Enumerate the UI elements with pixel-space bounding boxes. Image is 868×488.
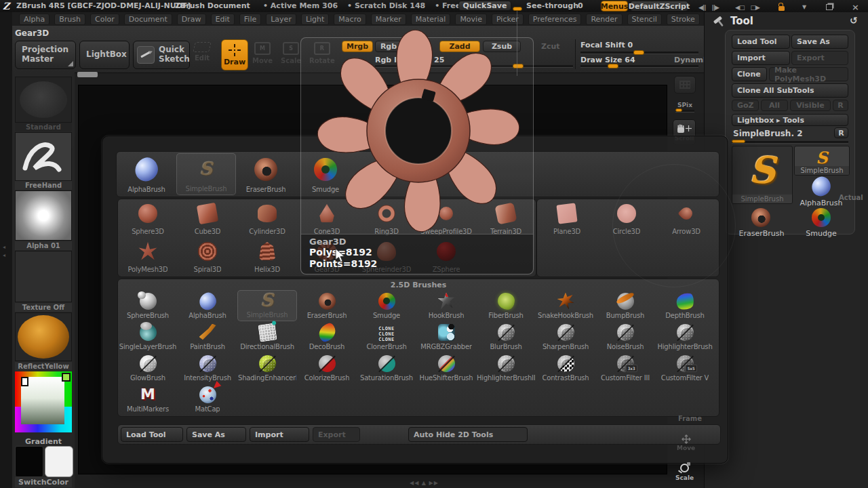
brush-tool-noisebrush[interactable]: NoiseBrush xyxy=(595,321,655,352)
move-canvas-button[interactable]: Move xyxy=(677,434,695,451)
brush-tool-shadingenhancerbrush[interactable]: ShadingEnhancerBrush xyxy=(237,352,297,384)
tray-collapse-right-icon[interactable]: ||▶ xyxy=(712,4,719,11)
menu-item-picker[interactable]: Picker xyxy=(492,14,524,25)
brush-tool-contrastbrush[interactable]: ContrastBrush xyxy=(536,352,595,384)
draw-size-slider[interactable] xyxy=(580,65,698,68)
menu-item-material[interactable]: Material xyxy=(411,14,451,25)
menu-item-brush[interactable]: Brush xyxy=(54,14,85,25)
brush-tool-snakehookbrush[interactable]: SnakeHookBrush xyxy=(536,290,595,321)
brush-tool-bumpbrush[interactable]: BumpBrush xyxy=(595,290,655,321)
menu-item-macro[interactable]: Macro xyxy=(334,14,366,25)
menu-item-document[interactable]: Document xyxy=(124,14,172,25)
brush-tool-saturationbrush[interactable]: SaturationBrush xyxy=(357,352,416,384)
brush-tool-intensitybrush[interactable]: IntensityBrush xyxy=(178,352,237,384)
brush-tool-fiberbrush[interactable]: FiberBrush xyxy=(476,290,536,321)
texture-thumbnail[interactable] xyxy=(15,251,72,302)
menu-item-alpha[interactable]: Alpha xyxy=(19,14,50,25)
menu-item-color[interactable]: Color xyxy=(90,14,119,25)
menu-item-light[interactable]: Light xyxy=(301,14,329,25)
mesh-tool-sphere3d[interactable]: Sphere3D xyxy=(118,199,178,237)
import-button[interactable]: Import xyxy=(250,427,309,442)
tp-load-tool-button[interactable]: Load Tool xyxy=(732,35,790,49)
frame-button[interactable]: Frame xyxy=(678,415,702,422)
spix-slider-handle[interactable] xyxy=(675,108,682,112)
projection-master-button[interactable]: Projection Master xyxy=(15,41,76,69)
focal-shift-slider-handle[interactable] xyxy=(633,50,644,55)
edit-mode-button[interactable]: Edit xyxy=(194,42,210,62)
brush-tool-alphabrush[interactable]: AlphaBrush xyxy=(178,290,237,321)
brush-tool-glowbrush[interactable]: GlowBrush xyxy=(118,352,178,384)
brush-tool-decobrush[interactable]: DecoBrush xyxy=(297,321,357,352)
brush-tool-eraserbrush[interactable]: EraserBrush xyxy=(297,290,357,321)
material-thumbnail[interactable] xyxy=(15,312,72,361)
minimize-icon[interactable]: ▼ xyxy=(802,4,806,10)
brush-tool-blurbrush[interactable]: BlurBrush xyxy=(476,321,536,352)
quick-pick-alphabrush[interactable]: AlphaBrush xyxy=(117,153,176,195)
tray-collapse-left-icon[interactable]: ◀|| xyxy=(698,4,706,11)
menu-item-render[interactable]: Render xyxy=(586,14,622,25)
tp-thumb-simplebrush-large[interactable]: S SimpleBrush xyxy=(732,146,793,204)
close-icon[interactable]: × xyxy=(852,2,859,12)
brush-tool-smudge[interactable]: Smudge xyxy=(357,290,416,321)
grid-button[interactable] xyxy=(674,76,696,94)
move-mode-button[interactable]: M Move xyxy=(252,42,273,64)
quick-pick-simplebrush[interactable]: SimpleBrush xyxy=(176,153,236,195)
brush-tool-directionalbrush[interactable]: DirectionalBrush xyxy=(237,321,297,352)
tp-save-as-button[interactable]: Save As xyxy=(791,35,848,49)
brush-tool-spherebrush[interactable]: SphereBrush xyxy=(118,290,178,321)
quicksave-button[interactable]: QuickSave xyxy=(458,1,511,11)
color-picker[interactable] xyxy=(15,371,72,432)
menu-item-stroke[interactable]: Stroke xyxy=(667,14,700,25)
brush-tool-depthbrush[interactable]: DepthBrush xyxy=(655,290,715,321)
mesh-tool-cylinder3d[interactable]: Cylinder3D xyxy=(237,199,297,237)
lightbox-button[interactable]: LightBox xyxy=(79,41,130,69)
tray-arrow-icon[interactable]: ◂ xyxy=(3,252,5,258)
brush-tool-mrgbzgrabber[interactable]: MRGBZGrabber xyxy=(416,321,476,352)
brush-tool-customfilter-v[interactable]: CustomFilter V xyxy=(655,352,715,384)
tp-r2-button[interactable]: R xyxy=(834,127,848,138)
brush-tool-hueshifterbrush[interactable]: HueShifterBrush xyxy=(416,352,476,384)
mesh-tool-polymesh3d[interactable]: PolyMesh3D xyxy=(118,237,178,275)
save-as-button[interactable]: Save As xyxy=(186,427,246,442)
tp-clone-all-subtools-button[interactable]: Clone All SubTools xyxy=(732,83,848,98)
brush-tool-simplebrush[interactable]: SimpleBrush xyxy=(237,290,297,321)
alpha-thumbnail[interactable] xyxy=(15,190,72,241)
tp-import-button[interactable]: Import xyxy=(732,51,790,65)
panel-right-icon[interactable]: □▶ xyxy=(750,4,759,11)
brush-tool-highlighterbrush[interactable]: HighlighterBrush xyxy=(655,321,715,352)
tp-lightbox-tools-button[interactable]: Lightbox ▸ Tools xyxy=(732,114,848,126)
menu-item-movie[interactable]: Movie xyxy=(455,14,487,25)
panel-left-icon[interactable]: ◀□ xyxy=(735,4,744,11)
draw-mode-button[interactable]: Draw xyxy=(221,39,248,70)
lock-icon[interactable] xyxy=(778,6,785,11)
stroke-thumbnail[interactable] xyxy=(15,132,72,181)
tp-tool-slider-handle[interactable] xyxy=(732,140,745,143)
draw-size-slider-handle[interactable] xyxy=(608,64,618,68)
brush-tool-singlelayerbrush[interactable]: SingleLayerBrush xyxy=(118,321,178,352)
switch-color-button[interactable]: SwitchColor xyxy=(15,477,72,487)
secondary-color-swatch[interactable] xyxy=(45,446,73,477)
scale-mode-button[interactable]: S Scale xyxy=(281,42,301,64)
mesh-tool-spiral3d[interactable]: Spiral3D xyxy=(178,237,237,275)
mesh-tool-plane3d[interactable]: Plane3D xyxy=(537,199,597,237)
mesh-tool-helix3d[interactable]: Helix3D xyxy=(237,237,297,275)
quick-pick-eraserbrush[interactable]: EraserBrush xyxy=(236,153,296,195)
brush-tool-multimarkers[interactable]: MultiMarkers xyxy=(118,384,178,415)
menu-item-draw[interactable]: Draw xyxy=(177,14,206,25)
menu-item-stencil[interactable]: Stencil xyxy=(627,14,662,25)
menu-item-file[interactable]: File xyxy=(239,14,261,25)
actual-button[interactable]: Actual xyxy=(839,194,863,201)
canvas-nav-arrows[interactable]: ◀◀ ▲ ▶▶ xyxy=(410,480,439,486)
tp-tool-slider[interactable] xyxy=(732,141,848,144)
canvas-divider-handle[interactable] xyxy=(77,72,98,77)
menu-item-edit[interactable]: Edit xyxy=(211,14,235,25)
load-tool-button[interactable]: Load Tool xyxy=(121,427,183,442)
main-color-swatch[interactable] xyxy=(15,446,43,477)
menu-item-layer[interactable]: Layer xyxy=(266,14,296,25)
quick-sketch-button[interactable]: Quick Sketch xyxy=(133,41,190,69)
tp-clone-button[interactable]: Clone xyxy=(732,67,767,81)
restore-icon[interactable] xyxy=(826,4,833,10)
brush-thumbnail[interactable] xyxy=(15,77,72,123)
brush-tool-colorizebrush[interactable]: ColorizeBrush xyxy=(297,352,357,384)
brush-tool-paintbrush[interactable]: PaintBrush xyxy=(178,321,237,352)
